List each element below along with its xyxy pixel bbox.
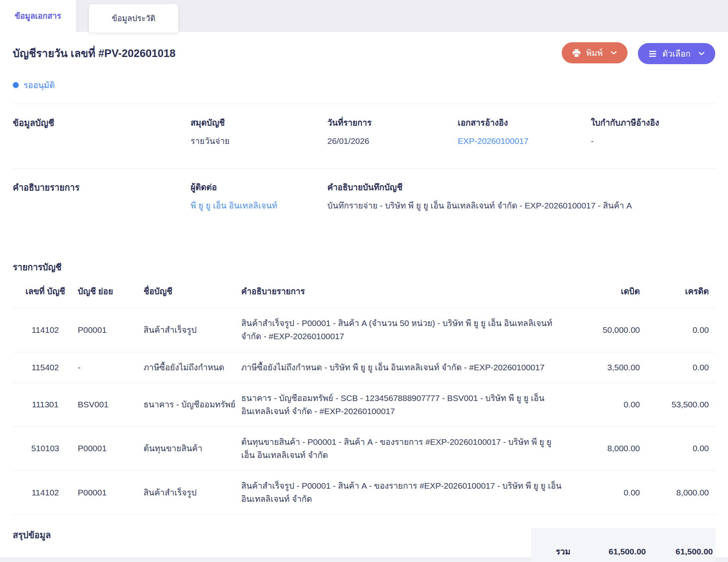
- cell-credit: 0.00: [640, 308, 715, 352]
- field-contact: ผู้ติดต่อ พี ยู ยู เอ็น อินเทลลิเจนท์: [191, 181, 327, 212]
- cell-account-name: ภาษีซื้อยังไม่ถึงกำหนด: [132, 352, 237, 383]
- cell-account-name: ธนาคาร - บัญชีออมทรัพย์: [132, 383, 237, 427]
- field-contact-label: ผู้ติดต่อ: [191, 181, 327, 194]
- summary-section-title: สรุปข้อมูล: [13, 528, 51, 542]
- field-journal-desc-value: บันทึกรายจ่าย - บริษัท พี ยู ยู เอ็น อิน…: [327, 199, 715, 212]
- cell-account-no: 115402: [13, 352, 78, 383]
- cell-debit: 0.00: [572, 471, 640, 515]
- col-header-account-name: ชื่อบัญชี: [132, 277, 237, 308]
- cell-debit: 0.00: [572, 383, 640, 427]
- col-header-credit: เครดิต: [640, 277, 715, 308]
- col-header-debit: เดบิต: [572, 277, 640, 308]
- printer-icon: [572, 49, 581, 57]
- col-header-account-no: เลขที่ บัญชี: [13, 277, 78, 308]
- table-row: 114102 P00001 สินค้าสำเร็จรูป สินค้าสำเร…: [13, 471, 715, 515]
- options-button[interactable]: ตัวเลือก: [638, 43, 715, 64]
- table-row: 115402 - ภาษีซื้อยังไม่ถึงกำหนด ภาษีซื้อ…: [13, 352, 715, 383]
- status-badge: รออนุมัติ: [24, 79, 55, 92]
- print-button[interactable]: พิมพ์: [562, 42, 628, 63]
- chevron-down-icon: [610, 51, 617, 55]
- field-date-value: 26/01/2026: [327, 135, 458, 147]
- field-journal-desc-label: คำอธิบายบันทึกบัญชี: [327, 181, 715, 194]
- chevron-down-icon: [698, 51, 705, 56]
- page-title: บัญชีรายวัน เลขที่ #PV-202601018: [13, 45, 175, 62]
- entries-table-body: 114102 P00001 สินค้าสำเร็จรูป สินค้าสำเร…: [13, 308, 715, 515]
- entries-section-title: รายการบัญชี: [13, 260, 715, 274]
- cell-sub-account: P00001: [78, 471, 132, 515]
- summary-box: รวม 61,500.00 61,500.00: [531, 528, 715, 562]
- cell-debit: 8,000.00: [572, 427, 640, 471]
- cell-credit: 0.00: [640, 427, 715, 471]
- ref-doc-link[interactable]: EXP-20260100017: [458, 136, 529, 145]
- status-row: รออนุมัติ: [13, 79, 715, 92]
- entries-table: เลขที่ บัญชี บัญชี ย่อย ชื่อบัญชี คำอธิบ…: [13, 277, 715, 515]
- cell-credit: 0.00: [640, 352, 715, 383]
- field-date-label: วันที่รายการ: [327, 116, 458, 129]
- field-journal-desc: คำอธิบายบันทึกบัญชี บันทึกรายจ่าย - บริษ…: [327, 181, 715, 212]
- cell-description: ธนาคาร - บัญชีออมทรัพย์ - SCB - 12345678…: [237, 383, 572, 427]
- cell-account-no: 510103: [13, 427, 78, 471]
- field-ref-doc-label: เอกสารอ้างอิง: [458, 116, 591, 129]
- cell-sub-account: BSV001: [78, 383, 132, 427]
- col-header-description: คำอธิบายรายการ: [237, 277, 572, 308]
- cell-sub-account: -: [78, 352, 132, 383]
- description-section: คำอธิบายรายการ ผู้ติดต่อ พี ยู ยู เอ็น อ…: [13, 169, 715, 238]
- col-header-sub-account: บัญชี ย่อย: [78, 277, 132, 308]
- cell-debit: 50,000.00: [572, 308, 640, 352]
- field-tax-invoice-ref-value: -: [591, 135, 715, 147]
- cell-account-name: ต้นทุนขายสินค้า: [132, 427, 237, 471]
- field-tax-invoice-ref: ใบกำกับภาษีอ้างอิง -: [591, 116, 715, 147]
- field-date: วันที่รายการ 26/01/2026: [327, 116, 458, 147]
- summary-total-label: รวม: [531, 545, 578, 558]
- cell-credit: 8,000.00: [640, 471, 715, 515]
- contact-link[interactable]: พี ยู ยู เอ็น อินเทลลิเจนท์: [191, 201, 277, 210]
- title-row: บัญชีรายวัน เลขที่ #PV-202601018 พิมพ์: [13, 42, 715, 64]
- account-info-section: ข้อมูลบัญชี สมุดบัญชี รายวันจ่าย วันที่ร…: [13, 104, 715, 168]
- account-info-title: ข้อมูลบัญชี: [13, 116, 191, 147]
- table-row: 114102 P00001 สินค้าสำเร็จรูป สินค้าสำเร…: [13, 308, 715, 352]
- tab-history-info[interactable]: ข้อมูลประวัติ: [89, 4, 179, 33]
- action-buttons: พิมพ์ ตัวเลือก: [562, 42, 715, 64]
- field-book-value: รายวันจ่าย: [191, 135, 327, 147]
- cell-description: ภาษีซื้อยังไม่ถึงกำหนด - บริษัท พี ยู ยู…: [237, 352, 572, 383]
- cell-description: ต้นทุนขายสินค้า - P00001 - สินค้า A - ขอ…: [237, 427, 572, 471]
- cell-account-no: 114102: [13, 308, 78, 352]
- cell-description: สินค้าสำเร็จรูป - P00001 - สินค้า A - ขอ…: [237, 471, 572, 515]
- field-book: สมุดบัญชี รายวันจ่าย: [191, 116, 327, 147]
- field-ref-doc: เอกสารอ้างอิง EXP-20260100017: [458, 116, 591, 147]
- tab-document-info[interactable]: ข้อมูลเอกสาร: [0, 0, 76, 32]
- cell-account-no: 111301: [13, 383, 78, 427]
- cell-debit: 3,500.00: [572, 352, 640, 383]
- cell-account-name: สินค้าสำเร็จรูป: [132, 308, 237, 352]
- table-row: 510103 P00001 ต้นทุนขายสินค้า ต้นทุนขายส…: [13, 427, 715, 471]
- cell-account-name: สินค้าสำเร็จรูป: [132, 471, 237, 515]
- cell-description: สินค้าสำเร็จรูป - P00001 - สินค้า A (จำน…: [237, 308, 572, 352]
- print-button-label: พิมพ์: [586, 46, 603, 59]
- description-section-title: คำอธิบายรายการ: [13, 181, 191, 212]
- menu-icon: [648, 50, 657, 57]
- options-button-label: ตัวเลือก: [662, 47, 691, 60]
- cell-credit: 53,500.00: [640, 383, 715, 427]
- page-content: บัญชีรายวัน เลขที่ #PV-202601018 พิมพ์: [0, 42, 728, 562]
- field-tax-invoice-ref-label: ใบกำกับภาษีอ้างอิง: [591, 116, 715, 129]
- cell-sub-account: P00001: [78, 427, 132, 471]
- table-row: 111301 BSV001 ธนาคาร - บัญชีออมทรัพย์ ธน…: [13, 383, 715, 427]
- summary-debit-total: 61,500.00: [578, 547, 646, 556]
- summary-total-line: รวม 61,500.00 61,500.00: [531, 545, 715, 558]
- summary-credit-total: 61,500.00: [646, 547, 715, 556]
- cell-account-no: 114102: [13, 471, 78, 515]
- field-book-label: สมุดบัญชี: [191, 116, 327, 129]
- entries-table-header: เลขที่ บัญชี บัญชี ย่อย ชื่อบัญชี คำอธิบ…: [13, 277, 715, 308]
- cell-sub-account: P00001: [78, 308, 132, 352]
- tab-bar: ข้อมูลเอกสาร ข้อมูลประวัติ: [0, 0, 728, 32]
- dot-icon: [13, 82, 19, 88]
